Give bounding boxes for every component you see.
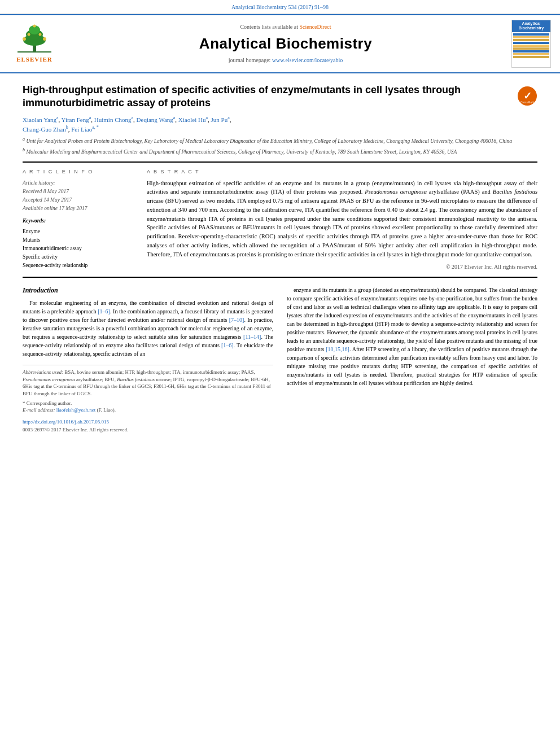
svg-text:CrossMark: CrossMark (520, 101, 535, 104)
keyword-3: Immunoturbidimetric assay (23, 244, 135, 253)
article-title: High-throughput estimation of specific a… (23, 84, 511, 110)
journal-header: ELSEVIER Contents lists available at Sci… (0, 14, 560, 73)
keyword-5: Sequence-activity relationship (23, 261, 135, 270)
svg-point-5 (43, 37, 46, 41)
received-date: Received 8 May 2017 (23, 187, 135, 196)
doi-line: http://dx.doi.org/10.1016/j.ab.2017.05.0… (23, 418, 273, 426)
affiliations: a Unit for Analytical Probes and Protein… (23, 136, 537, 156)
affiliation-b: b Molecular Modeling and Biopharmaceutic… (23, 147, 537, 156)
body-left-col: Introduction For molecular engineering o… (23, 286, 273, 434)
body-right-col: enzyme and its mutants in a group (denot… (287, 286, 537, 434)
authors-line: Xiaolan Yanga, Yiran Fenga, Huimin Chong… (23, 115, 537, 134)
email-row: E-mail address: liaofeish@yeah.net (F. L… (23, 407, 273, 414)
available-date: Available online 17 May 2017 (23, 204, 135, 213)
thumb-stripes (512, 32, 550, 67)
svg-point-4 (23, 37, 26, 41)
citation-bar: Analytical Biochemistry 534 (2017) 91–98 (0, 0, 560, 14)
author-4: Deqiang Wang (137, 116, 173, 123)
stripe-4 (513, 42, 549, 44)
doi-link[interactable]: http://dx.doi.org/10.1016/j.ab.2017.05.0… (23, 419, 109, 425)
elsevier-logo: ELSEVIER (9, 23, 60, 64)
journal-title: Analytical Biochemistry (65, 33, 506, 54)
author-8: Fei Liao (71, 126, 92, 133)
stripe-8 (513, 53, 549, 55)
svg-point-7 (39, 33, 42, 36)
article-content: High-throughput estimation of specific a… (0, 73, 560, 444)
stripe-2 (513, 36, 549, 38)
elsevier-tree-icon (12, 23, 57, 54)
author-7: Chang-Guo Zhan (23, 126, 66, 133)
svg-point-6 (28, 33, 30, 36)
divider-thick (23, 161, 537, 163)
affiliation-a: a Unit for Analytical Probes and Protein… (23, 136, 537, 145)
journal-thumbnail: Analytical Biochemistry (511, 20, 551, 68)
sciencedirect-link[interactable]: ScienceDirect (299, 24, 331, 30)
body-section: Introduction For molecular engineering o… (23, 277, 537, 434)
intro-text-right: enzyme and its mutants in a group (denot… (287, 286, 537, 387)
page: Analytical Biochemistry 534 (2017) 91–98 (0, 0, 560, 747)
stripe-6 (513, 47, 549, 50)
author-5: Xiaolei Hu (178, 116, 206, 123)
keyword-4: Specific activity (23, 253, 135, 261)
sciencedirect-line: Contents lists available at ScienceDirec… (65, 23, 506, 31)
issn-line: 0003-2697/© 2017 Elsevier Inc. All right… (23, 426, 273, 434)
article-info-header: A R T I C L E I N F O (23, 168, 135, 176)
crossmark-icon: ✓ CrossMark (517, 86, 537, 106)
article-history: Article history: Received 8 May 2017 Acc… (23, 179, 135, 213)
thumb-header: Analytical Biochemistry (512, 20, 550, 32)
elsevier-text: ELSEVIER (16, 55, 53, 64)
keyword-2: Mutants (23, 236, 135, 244)
svg-rect-9 (18, 51, 51, 53)
author-1: Xiaolan Yang (23, 116, 56, 123)
abstract-header: A B S T R A C T (147, 168, 537, 176)
abbrev-note: Abbreviations used: BSA, bovine serum al… (23, 369, 273, 397)
body-two-col: Introduction For molecular engineering o… (23, 286, 537, 434)
homepage-url[interactable]: www.elsevier.com/locate/yabio (272, 57, 343, 63)
footnotes: Abbreviations used: BSA, bovine serum al… (23, 365, 273, 434)
keywords-title: Keywords: (23, 217, 135, 225)
stripe-5 (513, 45, 549, 47)
keywords-section: Keywords: Enzyme Mutants Immunoturbidime… (23, 217, 135, 270)
corresponding-note: * Corresponding author. (23, 400, 273, 407)
introduction-title: Introduction (23, 286, 273, 295)
copyright-line: © 2017 Elsevier Inc. All rights reserved… (147, 263, 537, 271)
author-3: Huimin Chong (94, 116, 132, 123)
author-2: Yiran Feng (62, 116, 89, 123)
stripe-9 (513, 56, 549, 58)
abstract-text: High-throughput estimation of specific a… (147, 179, 537, 259)
article-info-col: A R T I C L E I N F O Article history: R… (23, 168, 135, 271)
stripe-3 (513, 39, 549, 41)
author-6: Jun Pu (211, 116, 228, 123)
accepted-date: Accepted 14 May 2017 (23, 196, 135, 204)
two-column-info: A R T I C L E I N F O Article history: R… (23, 168, 537, 271)
history-title: Article history: (23, 179, 135, 187)
intro-text-left: For molecular engineering of an enzyme, … (23, 299, 273, 358)
journal-center: Contents lists available at ScienceDirec… (65, 23, 506, 64)
stripe-7 (513, 50, 549, 53)
homepage-line: journal homepage: www.elsevier.com/locat… (65, 56, 506, 64)
citation-text: Analytical Biochemistry 534 (2017) 91–98 (231, 4, 329, 10)
article-title-section: High-throughput estimation of specific a… (23, 84, 537, 110)
abstract-col: A B S T R A C T High-throughput estimati… (147, 168, 537, 271)
stripe-1 (513, 33, 549, 36)
svg-point-8 (33, 25, 36, 28)
keyword-1: Enzyme (23, 228, 135, 236)
email-link[interactable]: liaofeish@yeah.net (56, 407, 96, 413)
